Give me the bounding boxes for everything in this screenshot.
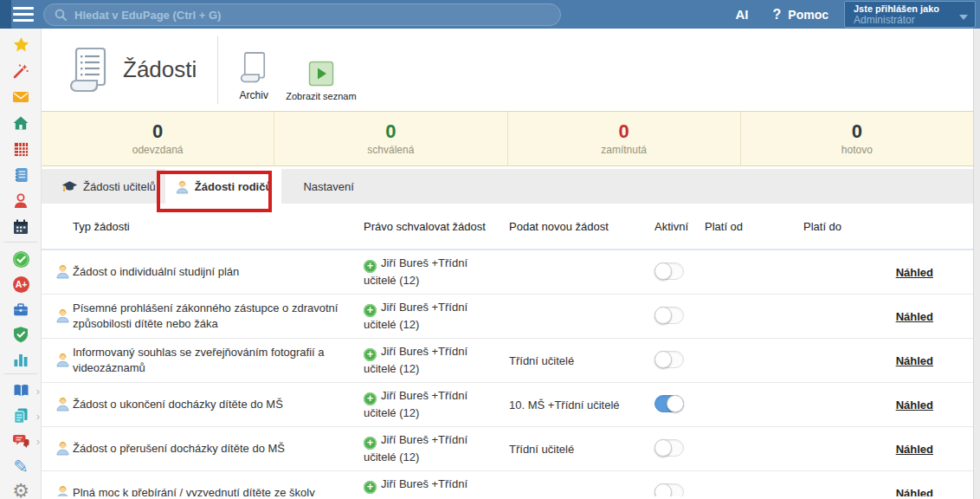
- preview-link[interactable]: Náhled: [896, 443, 933, 456]
- tab-bar: Žádosti učitelů Žádosti rodičů Nastavení: [42, 169, 973, 204]
- submit-cell: 10. MŠ +Třídní učitelé: [509, 399, 654, 412]
- add-approver-icon: +: [364, 348, 377, 361]
- sidebar-item-library[interactable]: ›: [0, 379, 42, 402]
- login-role-label: Administrátor: [854, 15, 956, 26]
- table-row: Žádost o individuální studijní plán +Jiř…: [42, 250, 973, 295]
- parent-icon: [55, 440, 73, 458]
- pages-icon: [12, 407, 29, 424]
- stat-approved: 0 schválená: [274, 112, 507, 165]
- search-input[interactable]: [74, 9, 550, 22]
- briefcase-icon: [12, 301, 29, 318]
- sidebar-item-documents[interactable]: ›: [0, 405, 42, 427]
- preview-link[interactable]: Náhled: [896, 487, 933, 497]
- request-title: Žádost o individuální studijní plán: [73, 264, 364, 280]
- tab-parent-requests[interactable]: Žádosti rodičů: [165, 169, 282, 204]
- table-body: Žádost o individuální studijní plán +Jiř…: [42, 250, 973, 496]
- toggle-knob: [654, 307, 672, 324]
- envelope-icon: [12, 89, 29, 105]
- request-title: Žádost o přerušení docházky dítěte do MŠ: [73, 441, 364, 457]
- toggle-knob: [654, 483, 672, 497]
- sidebar-item-wizard[interactable]: [0, 60, 42, 82]
- archive-button[interactable]: Archiv: [239, 39, 268, 101]
- hamburger-menu-button[interactable]: [13, 7, 34, 22]
- tab-label: Nastavení: [303, 180, 354, 193]
- active-toggle[interactable]: [654, 395, 684, 412]
- sidebar-item-contacts[interactable]: [0, 190, 42, 212]
- ai-button[interactable]: AI: [736, 7, 749, 22]
- approver-cell: +Jiří Bureš +Třídní učitelé (12): [364, 300, 502, 334]
- sidebar-item-classbook[interactable]: [0, 164, 42, 186]
- home-icon: [12, 115, 29, 131]
- topbar: AI ? Pomoc Jste přihlášen jako Administr…: [0, 0, 980, 29]
- sidebar-item-communication[interactable]: ›: [0, 430, 42, 452]
- preview-link[interactable]: Náhled: [896, 310, 933, 323]
- main-content: Žádosti Archiv Zobrazit seznam 0 odevzda…: [42, 29, 973, 499]
- active-toggle[interactable]: [654, 307, 684, 324]
- col-request-type: Typ žádosti: [73, 220, 364, 233]
- show-list-button[interactable]: Zobrazit seznam: [286, 39, 356, 101]
- search-bar[interactable]: [43, 3, 561, 26]
- preview-link[interactable]: Náhled: [896, 266, 933, 279]
- sidebar-item-agenda[interactable]: [0, 298, 42, 321]
- active-toggle[interactable]: [654, 262, 684, 280]
- request-title: Informovaný souhlas se zveřejňováním fot…: [73, 345, 364, 375]
- approver-cell: +Jiří Bureš +Třídní učitelé (12): [364, 476, 502, 496]
- user-menu[interactable]: Jste přihlášen jako Administrátor: [844, 1, 976, 28]
- sidebar-item-messages[interactable]: [0, 86, 42, 108]
- sidebar-divider: [3, 373, 37, 374]
- active-toggle[interactable]: [654, 439, 684, 457]
- help-question-icon[interactable]: ?: [773, 7, 782, 23]
- approver-cell: +Jiří Bureš +Třídní učitelé (12): [364, 344, 502, 378]
- stat-value: 0: [619, 121, 629, 142]
- col-valid-to: Platí do: [803, 220, 890, 233]
- stat-submitted: 0 odevzdaná: [42, 112, 274, 165]
- approver-cell: +Jiří Bureš +Třídní učitelé (12): [364, 256, 502, 289]
- add-approver-icon: +: [364, 260, 377, 273]
- sidebar-item-home[interactable]: [0, 112, 42, 134]
- stats-bar: 0 odevzdaná 0 schválená 0 zamítnutá 0 ho…: [42, 111, 973, 166]
- toggle-knob: [654, 351, 672, 368]
- parent-icon: [175, 179, 190, 194]
- book-icon: [12, 383, 30, 399]
- table-header: Typ žádosti Právo schvalovat žádost Poda…: [42, 204, 973, 250]
- parent-icon: [55, 308, 73, 326]
- grid-icon: [13, 141, 29, 158]
- preview-link[interactable]: Náhled: [896, 354, 933, 367]
- stat-rejected: 0 zamítnutá: [508, 112, 741, 165]
- tab-teacher-requests[interactable]: Žádosti učitelů: [52, 169, 165, 204]
- sidebar-item-settings[interactable]: ⚙: [0, 480, 42, 499]
- sidebar: A+ › › › ✎ ⚙: [0, 29, 42, 499]
- submit-cell: Třídní učitelé: [509, 443, 654, 456]
- sidebar-item-calendar[interactable]: [0, 216, 42, 238]
- parent-icon: [55, 263, 73, 282]
- add-approver-icon: +: [364, 437, 377, 450]
- page-header: Žádosti Archiv Zobrazit seznam: [42, 29, 973, 111]
- sidebar-item-statistics[interactable]: [0, 348, 42, 371]
- grades-a-plus-icon: A+: [12, 275, 30, 294]
- sidebar-item-timetable[interactable]: [0, 138, 42, 160]
- sidebar-item-attendance[interactable]: [0, 248, 42, 270]
- preview-link[interactable]: Náhled: [896, 399, 933, 412]
- parent-icon: [55, 352, 73, 370]
- sidebar-item-admin[interactable]: [0, 323, 42, 346]
- sidebar-item-sign[interactable]: ✎: [0, 455, 42, 477]
- tab-label: Žádosti rodičů: [195, 180, 273, 193]
- table-row: Informovaný souhlas se zveřejňováním fot…: [42, 339, 973, 383]
- sidebar-item-grades[interactable]: A+: [0, 273, 42, 295]
- stat-label: schválená: [367, 144, 414, 156]
- active-toggle[interactable]: [654, 483, 684, 497]
- chevron-right-icon: ›: [36, 411, 40, 422]
- table-row: Plná moc k přebírání / vyzvednutí dítěte…: [42, 471, 973, 496]
- table-row: Žádost o ukončení docházky dítěte do MŠ …: [42, 383, 973, 427]
- col-valid-from: Platí od: [705, 220, 803, 233]
- stat-value: 0: [852, 121, 862, 142]
- help-button[interactable]: Pomoc: [788, 8, 828, 22]
- request-title: Žádost o ukončení docházky dítěte do MŠ: [73, 397, 364, 412]
- tab-settings[interactable]: Nastavení: [293, 169, 364, 204]
- active-toggle[interactable]: [654, 351, 684, 368]
- archive-label: Archiv: [240, 89, 268, 101]
- page-title: Žádosti: [123, 56, 197, 83]
- sidebar-item-favorites[interactable]: [0, 34, 42, 56]
- toggle-knob: [654, 439, 672, 457]
- header-divider: [217, 36, 218, 104]
